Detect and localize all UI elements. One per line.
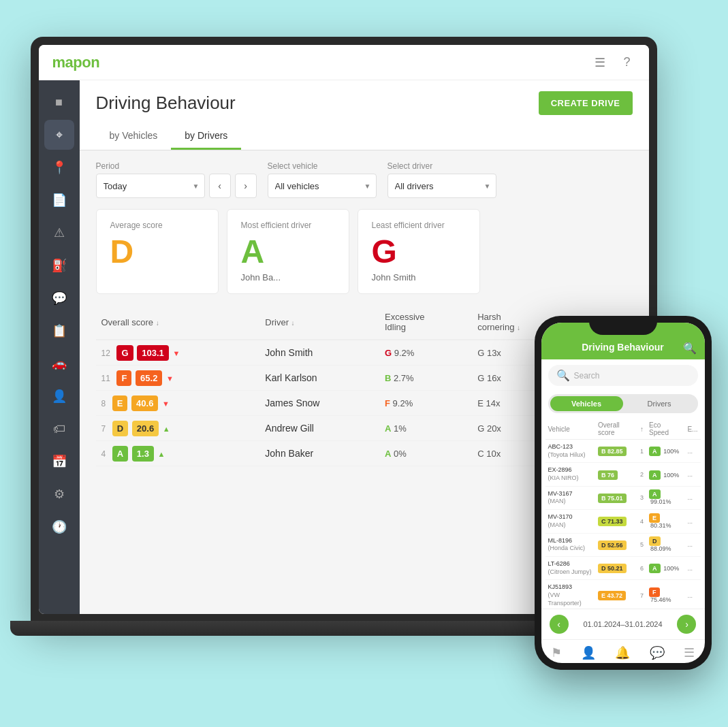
vehicle-select[interactable]: All vehicles [268, 174, 377, 198]
period-next-button[interactable]: › [235, 174, 257, 198]
phone-cell-rank: 6 [637, 556, 646, 579]
phone-table-wrap: Vehicle Overall score ↑ Eco Speed E... A… [541, 419, 705, 609]
content-header: Driving Behaviour CREATE DRIVE by Vehicl… [80, 80, 649, 150]
phone-cell-vehicle: KJ51893(VW Transporter) [545, 580, 595, 609]
phone-cell-score: E 43.72 [595, 580, 637, 609]
cell-num: 12 G 103.1 ▼ [96, 340, 260, 366]
period-filter-group: Period Today Yesterday This week This mo… [96, 161, 257, 198]
phone-table-row: EX-2896(KIA NIRO) B 76 2 A 100% ... [545, 463, 701, 486]
tab-by-drivers[interactable]: by Drivers [171, 123, 241, 150]
cell-driver: John Smith [259, 340, 379, 366]
phone-cell-score: B 82.85 [595, 440, 637, 463]
filters-area: Period Today Yesterday This week This mo… [80, 150, 649, 209]
least-efficient-label: Least efficient driver [372, 221, 466, 230]
sidebar-item-settings[interactable]: ⚙ [44, 479, 74, 509]
scene: mapon ☰ ? ■ ⌖ 📍 📄 ⚠ ⛽ 💬 📋 [31, 37, 698, 690]
driver-select-wrap: All drivers ▼ [387, 174, 496, 198]
col-overall-score[interactable]: Overall score ↓ [96, 305, 260, 340]
phone-nav-person-icon[interactable]: 👤 [581, 645, 596, 660]
phone-table-row: MV-3167(MAN) B 75.01 3 A 99.01% ... [545, 486, 701, 509]
phone-cell-score: B 75.01 [595, 486, 637, 509]
sidebar-item-calendar[interactable]: 📅 [44, 447, 74, 476]
phone-next-button[interactable]: › [677, 615, 696, 634]
cell-idling: A 1% [379, 416, 472, 441]
phone-cell-rank: 2 [637, 463, 646, 486]
score-cards: Average score D Most efficient driver A … [80, 209, 649, 305]
phone-nav-menu-icon[interactable]: ☰ [684, 645, 695, 660]
phone-cell-extra: ... [684, 510, 700, 533]
col-driver[interactable]: Driver ↓ [259, 305, 379, 340]
sidebar-item-map[interactable]: ⌖ [44, 120, 74, 150]
driver-filter-label: Select driver [387, 161, 496, 171]
sidebar-item-fuel[interactable]: ⛽ [44, 251, 74, 280]
phone-pagination: ‹ 01.01.2024–31.01.2024 › [541, 609, 705, 639]
phone-table-row: KJ51893(VW Transporter) E 43.72 7 F 75.4… [545, 580, 701, 609]
phone-cell-eco: A 100% [646, 556, 684, 579]
phone-cell-eco: A 100% [646, 463, 684, 486]
sidebar-item-vehicles[interactable]: 🚗 [44, 349, 74, 378]
phone-col-extra: E... [684, 419, 700, 440]
sidebar-item-routes[interactable]: 📍 [44, 152, 74, 182]
phone-cell-eco: D 88.09% [646, 533, 684, 556]
sidebar-item-dashboard[interactable]: ■ [44, 87, 74, 117]
phone-title: Driving Behaviour [582, 342, 664, 353]
phone-cell-extra: ... [684, 463, 700, 486]
driver-select[interactable]: All drivers [387, 174, 496, 198]
phone-cell-extra: ... [684, 533, 700, 556]
help-icon[interactable]: ? [619, 54, 635, 71]
phone-search-icon[interactable]: 🔍 [683, 342, 697, 355]
vehicle-filter-group: Select vehicle All vehicles ▼ [268, 161, 377, 198]
sidebar-item-reports[interactable]: 📄 [44, 185, 74, 215]
col-excessive-idling[interactable]: ExcessiveIdling [379, 305, 472, 340]
phone-tab-drivers[interactable]: Drivers [623, 396, 696, 411]
phone-cell-eco: F 75.46% [646, 580, 684, 609]
least-efficient-grade: G [372, 236, 466, 268]
period-select[interactable]: Today Yesterday This week This month [96, 174, 205, 198]
sidebar-item-tasks[interactable]: 📋 [44, 316, 74, 346]
menu-icon[interactable]: ☰ [592, 54, 608, 71]
topbar-icons: ☰ ? [592, 54, 635, 71]
phone-col-score: Overall score [595, 419, 637, 440]
phone-date-range: 01.01.2024–31.01.2024 [583, 620, 662, 628]
sidebar-item-drivers[interactable]: 👤 [44, 381, 74, 411]
phone-nav-map-icon[interactable]: ⚑ [551, 645, 562, 660]
phone-nav-chat-icon[interactable]: 💬 [650, 645, 665, 660]
cell-driver: Andrew Gill [259, 416, 379, 441]
phone-cell-vehicle: ABC-123(Toyota Hilux) [545, 440, 595, 463]
cell-idling: B 2.7% [379, 366, 472, 391]
phone-cell-extra: ... [684, 580, 700, 609]
sidebar-item-messages[interactable]: 💬 [44, 283, 74, 313]
page-title: Driving Behaviour [96, 93, 236, 114]
most-efficient-grade: A [241, 236, 335, 268]
cell-idling: F 9.2% [379, 391, 472, 416]
phone-cell-score: C 71.33 [595, 510, 637, 533]
most-efficient-name: John Ba... [241, 272, 335, 282]
phone-search-bar[interactable]: 🔍 Search [548, 365, 698, 386]
least-efficient-card: Least efficient driver G John Smith [358, 209, 480, 294]
phone-cell-extra: ... [684, 440, 700, 463]
phone-cell-score: D 50.21 [595, 556, 637, 579]
tab-by-vehicles[interactable]: by Vehicles [96, 123, 172, 150]
phone-prev-button[interactable]: ‹ [550, 615, 569, 634]
period-controls: Today Yesterday This week This month ▼ ‹… [96, 174, 257, 198]
period-prev-button[interactable]: ‹ [209, 174, 231, 198]
phone-search-magnifier: 🔍 [556, 369, 570, 382]
phone-cell-rank: 5 [637, 533, 646, 556]
sidebar-item-alerts[interactable]: ⚠ [44, 218, 74, 248]
phone-col-rank: ↑ [637, 419, 646, 440]
phone-nav-bell-icon[interactable]: 🔔 [615, 645, 630, 660]
phone-cell-vehicle: LT-6286(Citroen Jumpy) [545, 556, 595, 579]
phone-cell-eco: A 100% [646, 440, 684, 463]
mapon-logo: mapon [52, 54, 100, 71]
laptop-topbar: mapon ☰ ? [39, 45, 649, 80]
create-drive-button[interactable]: CREATE DRIVE [539, 91, 633, 115]
average-score-label: Average score [110, 221, 204, 230]
phone-notch [589, 316, 657, 335]
cell-driver: Karl Karlson [259, 366, 379, 391]
phone-tab-vehicles[interactable]: Vehicles [550, 396, 623, 411]
most-efficient-card: Most efficient driver A John Ba... [227, 209, 349, 294]
cell-driver: John Baker [259, 441, 379, 466]
logo-highlight: o [82, 54, 91, 71]
sidebar-item-tags[interactable]: 🏷 [44, 414, 74, 444]
sidebar-item-history[interactable]: 🕐 [44, 512, 74, 542]
